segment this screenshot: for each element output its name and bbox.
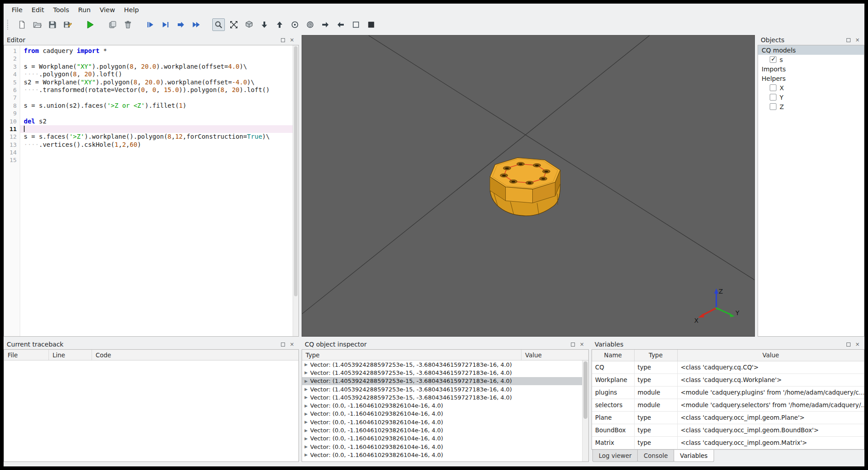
- expand-arrow-icon[interactable]: ▶: [302, 428, 310, 433]
- column-header-value[interactable]: Value: [522, 350, 588, 360]
- front-view-button[interactable]: [289, 18, 301, 31]
- column-header-type[interactable]: Type: [302, 350, 522, 360]
- toolbar-handle[interactable]: [7, 20, 11, 30]
- inspector-row[interactable]: ▶Vector: (0.0, -1.1604610293826104e-16, …: [302, 401, 582, 409]
- inspector-scrollbar[interactable]: [582, 360, 588, 461]
- inspector-row[interactable]: ▶Vector: (1.4053924288597253e-15, -3.680…: [302, 369, 582, 377]
- code-line-10[interactable]: del s2: [20, 118, 298, 125]
- column-header-value[interactable]: Value: [677, 350, 864, 361]
- cad-model[interactable]: [470, 137, 580, 234]
- viewport-3d[interactable]: Z X Y: [302, 35, 755, 337]
- inspector-row[interactable]: ▶Vector: (1.4053924288597253e-15, -3.680…: [302, 385, 582, 393]
- float-panel-button[interactable]: [569, 341, 577, 348]
- expand-arrow-icon[interactable]: ▶: [302, 395, 310, 400]
- variable-row[interactable]: BoundBoxtype<class 'cadquery.occ_impl.ge…: [592, 424, 864, 436]
- code-line-4[interactable]: ····.polygon(8, 20).loft(): [20, 70, 298, 78]
- fit-view-button[interactable]: [212, 18, 225, 31]
- menu-edit[interactable]: Edit: [27, 5, 48, 15]
- float-panel-button[interactable]: [279, 341, 287, 348]
- expand-arrow-icon[interactable]: ▶: [302, 420, 310, 424]
- open-file-button[interactable]: [31, 18, 44, 31]
- checkbox-s[interactable]: [770, 56, 776, 63]
- shaded-button[interactable]: [365, 18, 377, 31]
- expand-arrow-icon[interactable]: ▶: [302, 452, 310, 457]
- close-panel-button[interactable]: ×: [854, 36, 861, 44]
- menu-run[interactable]: Run: [74, 5, 95, 15]
- tab-log-viewer[interactable]: Log viewer: [592, 450, 638, 462]
- inspector-row[interactable]: ▶Vector: (0.0, -1.1604610293826104e-16, …: [302, 443, 582, 451]
- close-panel-button[interactable]: ×: [854, 341, 861, 348]
- code-line-2[interactable]: [20, 55, 298, 62]
- top-view-button[interactable]: [258, 18, 271, 31]
- column-header-code[interactable]: Code: [92, 350, 298, 360]
- right-view-button[interactable]: [334, 18, 347, 31]
- menu-file[interactable]: File: [7, 5, 27, 15]
- menu-view[interactable]: View: [95, 5, 119, 15]
- step-over-button[interactable]: [144, 18, 157, 31]
- code-line-15[interactable]: [20, 156, 298, 164]
- editor-scrollbar[interactable]: [293, 45, 298, 336]
- expand-arrow-icon[interactable]: ▶: [302, 404, 310, 408]
- code-line-8[interactable]: s = s.union(s2).faces('>Z or <Z').fillet…: [20, 102, 298, 110]
- variable-row[interactable]: Workplanetype<class 'cadquery.cq.Workpla…: [592, 373, 864, 386]
- tree-item-cq-models[interactable]: CQ models: [758, 45, 864, 55]
- step-into-button[interactable]: [159, 18, 172, 31]
- expand-arrow-icon[interactable]: ▶: [302, 379, 310, 383]
- inspector-row[interactable]: ▶Vector: (1.4053924288597253e-15, -3.680…: [302, 393, 582, 401]
- step-out-button[interactable]: [175, 18, 187, 31]
- checkbox-x[interactable]: [770, 84, 776, 91]
- zoom-extents-button[interactable]: [228, 18, 240, 31]
- scrollbar-thumb[interactable]: [583, 361, 587, 419]
- expand-arrow-icon[interactable]: ▶: [302, 387, 310, 391]
- expand-arrow-icon[interactable]: ▶: [302, 362, 310, 367]
- inspector-row[interactable]: ▶Vector: (1.4053924288597253e-15, -3.680…: [302, 360, 582, 369]
- scrollbar-thumb[interactable]: [294, 46, 298, 296]
- variable-row[interactable]: selectorsmodule<module 'cadquery.selecto…: [592, 399, 864, 411]
- code-line-3[interactable]: s = Workplane("XY").polygon(8, 20.0).wor…: [20, 63, 298, 70]
- column-header-type[interactable]: Type: [634, 350, 677, 361]
- inspector-row[interactable]: ▶Vector: (0.0, -1.1604610293826104e-16, …: [302, 426, 582, 434]
- back-view-button[interactable]: [304, 18, 316, 31]
- save-as-button[interactable]: [61, 18, 74, 31]
- code-editor[interactable]: 123456789101112131415 from cadquery impo…: [4, 45, 299, 337]
- delete-button[interactable]: [122, 18, 134, 31]
- iso-view-button[interactable]: [243, 18, 255, 31]
- code-line-1[interactable]: from cadquery import *: [20, 47, 298, 55]
- menu-help[interactable]: Help: [119, 5, 143, 15]
- code-area[interactable]: from cadquery import *s = Workplane("XY"…: [20, 45, 298, 336]
- code-line-6[interactable]: ····.transformed(rotate=Vector(0, 0, 15.…: [20, 86, 298, 94]
- code-line-14[interactable]: [20, 149, 298, 156]
- variable-row[interactable]: CQtype<class 'cadquery.cq.CQ'>: [592, 361, 864, 373]
- variable-row[interactable]: pluginsmodule<module 'cadquery.plugins' …: [592, 386, 864, 399]
- close-panel-button[interactable]: ×: [288, 36, 296, 44]
- column-header-file[interactable]: File: [4, 350, 49, 360]
- code-line-7[interactable]: [20, 94, 298, 101]
- continue-button[interactable]: [190, 18, 202, 31]
- render-button[interactable]: [84, 18, 96, 31]
- column-header-name[interactable]: Name: [592, 350, 634, 361]
- column-header-line[interactable]: Line: [49, 350, 92, 360]
- tab-console[interactable]: Console: [637, 450, 674, 462]
- tab-variables[interactable]: Variables: [674, 450, 714, 462]
- close-panel-button[interactable]: ×: [578, 341, 586, 348]
- inspector-row[interactable]: ▶Vector: (0.0, -1.1604610293826104e-16, …: [302, 418, 582, 426]
- variable-row[interactable]: Matrixtype<class 'cadquery.occ_impl.geom…: [592, 436, 864, 449]
- save-button[interactable]: [46, 18, 59, 31]
- tree-item-z[interactable]: Z: [758, 102, 864, 111]
- debug-button[interactable]: [106, 18, 119, 31]
- expand-arrow-icon[interactable]: ▶: [302, 436, 310, 441]
- tree-item-y[interactable]: Y: [758, 92, 864, 102]
- tree-item-helpers[interactable]: Helpers: [758, 74, 864, 83]
- code-line-9[interactable]: [20, 110, 298, 117]
- wireframe-button[interactable]: [350, 18, 362, 31]
- bottom-view-button[interactable]: [273, 18, 286, 31]
- float-panel-button[interactable]: [845, 341, 852, 348]
- left-view-button[interactable]: [319, 18, 332, 31]
- tree-item-s[interactable]: s: [758, 55, 864, 64]
- float-panel-button[interactable]: [845, 36, 852, 44]
- float-panel-button[interactable]: [279, 36, 287, 44]
- variable-row[interactable]: Planetype<class 'cadquery.occ_impl.geom.…: [592, 411, 864, 424]
- inspector-row[interactable]: ▶Vector: (1.4053924288597253e-15, -3.680…: [302, 377, 582, 385]
- tree-item-imports[interactable]: Imports: [758, 64, 864, 74]
- checkbox-z[interactable]: [770, 103, 776, 110]
